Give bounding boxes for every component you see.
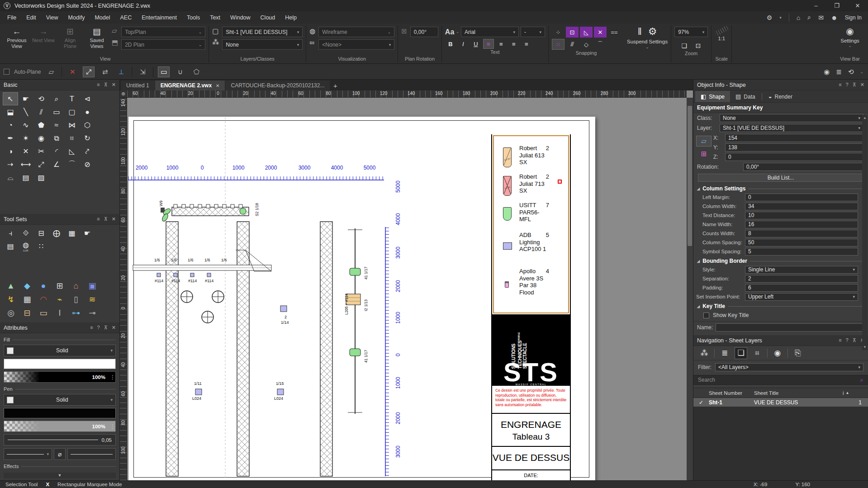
collapse-triangle-icon[interactable]: ◢ [697, 187, 700, 191]
references-icon[interactable]: ⁂ [698, 347, 711, 359]
polygon-tool[interactable]: ⬟ [33, 118, 49, 132]
rounded-rectangle-tool[interactable]: ▢ [64, 105, 80, 118]
references-export-icon[interactable]: ⎘ [792, 347, 804, 359]
design-layers-icon[interactable]: ≣ [718, 347, 731, 359]
arc-length-dimension-tool[interactable]: ⌒ [64, 158, 80, 171]
freehand-tool[interactable]: ∿ [18, 118, 33, 132]
fill-style-dropdown[interactable]: Solid ▾ [4, 345, 116, 356]
snap-tangent-button[interactable]: ⫻ [566, 39, 579, 50]
callout-tool[interactable]: ⊲ [80, 92, 95, 105]
opacity-options-icon[interactable]: ⋮ [110, 423, 115, 430]
eyedropper-tool[interactable]: ✒ [3, 132, 18, 145]
class-options-icon[interactable]: ∞ [309, 38, 315, 46]
close-button[interactable]: ✕ [847, 0, 868, 11]
edit-classes-icon[interactable]: ≣ [836, 68, 842, 76]
palette-pin-icon[interactable]: ⊼ [853, 82, 856, 88]
home-icon[interactable]: ⌂ [797, 14, 800, 21]
align-left-button[interactable]: ≡ [483, 39, 494, 49]
collapse-triangle-icon[interactable]: ◢ [697, 259, 700, 263]
class-options-dropdown[interactable]: <None>▾ [318, 39, 394, 50]
casework-toolset[interactable]: ⊟ [19, 306, 35, 320]
palette-close-icon[interactable]: ✕ [112, 216, 116, 222]
fill-color-bar[interactable] [4, 359, 116, 369]
zoom-tool[interactable]: ⌕ [49, 92, 64, 105]
line-style-dropdown[interactable]: ▾ [4, 448, 52, 460]
snap-angle-button[interactable]: ◺ [580, 27, 593, 38]
collapse-triangle-icon[interactable]: ◢ [697, 304, 700, 308]
menu-item[interactable]: Help [280, 12, 302, 23]
restore-button[interactable]: ❐ [826, 0, 847, 11]
stage-design-toolset[interactable]: ◠ [35, 293, 52, 306]
menu-item[interactable]: Tools [182, 12, 205, 23]
grid-tool[interactable]: ▤ [18, 171, 33, 184]
search-icon[interactable]: ⌕ [807, 14, 811, 21]
canvas-vertical-scrollbar[interactable] [687, 98, 693, 480]
rectangle-tool[interactable]: ▭ [49, 105, 64, 118]
menu-item[interactable]: Edit [21, 12, 41, 23]
palette-help-icon[interactable]: ? [846, 82, 849, 88]
fit-objects-button[interactable]: ⊡ [693, 41, 704, 50]
border-style-dropdown[interactable]: Single Line▾ [745, 266, 858, 274]
attributes-collapse-bar[interactable]: ▼ [4, 473, 116, 478]
preferences-gear-icon[interactable]: ⚙ [767, 14, 773, 21]
move-mode-icon[interactable]: ⤢ [83, 66, 95, 77]
render-mode-icon[interactable]: ◍ [309, 27, 315, 35]
mirror-tool[interactable]: ◑ [3, 145, 18, 158]
double-polygon-tool[interactable]: ⋈ [64, 118, 80, 132]
split-tool[interactable]: ✂ [33, 145, 49, 158]
sheet-layers-icon[interactable]: ❏ [735, 347, 747, 359]
chamfer-tool[interactable]: ◺ [64, 145, 80, 158]
palette-pin-icon[interactable]: ⊼ [853, 337, 856, 343]
palette-menu-icon[interactable]: ≡ [97, 216, 100, 222]
sign-in-link[interactable]: Sign In [845, 14, 862, 21]
tab-close-icon[interactable]: ✕ [216, 83, 219, 88]
text-tool[interactable]: T [64, 92, 80, 105]
palette-pin-icon[interactable]: ⊼ [104, 82, 108, 88]
snapping-settings-gear-icon[interactable]: ⚙ [648, 26, 657, 38]
line-end-style[interactable] [67, 448, 116, 460]
planar-coords-icon[interactable]: ▱ [696, 136, 711, 147]
camera-toolset[interactable]: ◎ [3, 306, 19, 320]
col-stacking[interactable]: i▲ [843, 390, 868, 396]
chevron-down-icon[interactable]: ⌄ [860, 70, 863, 74]
protractor-tool[interactable]: ⌓ [3, 171, 18, 184]
menu-item[interactable]: File [2, 12, 21, 23]
selection-pointer-tool[interactable]: ☛ [80, 227, 95, 240]
y-field[interactable]: 138 [725, 143, 863, 152]
visibility-check-icon[interactable]: ✓ [693, 399, 709, 406]
search-input[interactable]: Search ⌕ [693, 375, 868, 385]
reshape-tool[interactable]: ⌗ [64, 132, 80, 145]
pen-style-dropdown[interactable]: Solid ▾ [4, 394, 116, 406]
3d-selection-tool[interactable]: ⬓ [3, 105, 18, 118]
menu-item[interactable]: Window [225, 12, 255, 23]
x-field[interactable]: 154 [725, 134, 863, 142]
menu-item[interactable]: AEC [115, 12, 137, 23]
class-icon[interactable]: ⁂ [212, 38, 219, 47]
palette-close-icon[interactable]: ✕ [112, 325, 116, 331]
snap-intersection-button[interactable]: ✕ [594, 27, 607, 38]
line-tool[interactable]: ╲ [18, 105, 33, 118]
attribute-mapping-tool[interactable]: ▨ [33, 171, 49, 184]
selection-handle[interactable] [558, 180, 562, 184]
document-tab[interactable]: Untitled 1 [121, 81, 155, 90]
name-input[interactable] [716, 323, 864, 332]
site-modeling-toolset[interactable]: ▲ [3, 279, 19, 293]
col-sheet-title[interactable]: Sheet Title [754, 390, 843, 396]
opacity-options-icon[interactable]: ⋮ [110, 374, 115, 380]
clip-tool[interactable]: ⧉ [49, 132, 64, 145]
polygon-marquee-icon[interactable]: ⬠ [190, 66, 202, 77]
menu-item[interactable]: View [41, 12, 63, 23]
document-tab[interactable]: CARTOUCHE-Backup-20250102132... [225, 81, 330, 90]
minimize-button[interactable]: – [806, 0, 826, 11]
pen-color-bar[interactable] [4, 408, 116, 418]
rigging-truss-toolset[interactable]: ▦ [19, 293, 35, 306]
structural-steel-toolset[interactable]: I [52, 306, 68, 320]
landscape-toolset[interactable]: ◆ [19, 279, 35, 293]
piping-toolset[interactable]: ⊶ [68, 306, 84, 320]
viewports-icon[interactable]: ⌗ [751, 347, 764, 359]
z-field[interactable]: 0 [725, 153, 863, 161]
attribute-wand-tool[interactable]: ✶ [18, 132, 33, 145]
text-style-icon[interactable]: Aa [445, 28, 454, 36]
fillet-tool[interactable]: ◜ [49, 145, 64, 158]
event-power-toolset[interactable]: ↯ [3, 293, 19, 306]
